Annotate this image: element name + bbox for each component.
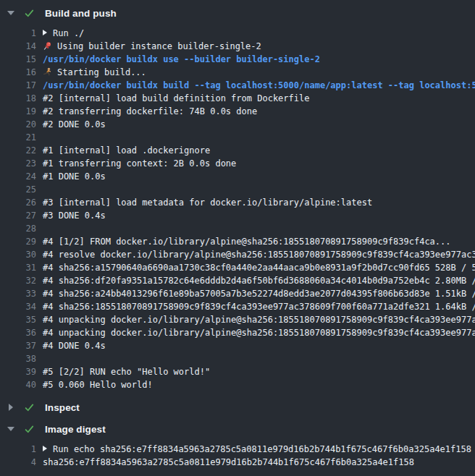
line-content: #5 [2/2] RUN echo "Hello world!" xyxy=(43,365,210,378)
line-number[interactable]: 15 xyxy=(0,53,36,66)
line-number[interactable]: 29 xyxy=(0,235,36,248)
line-number[interactable]: 38 xyxy=(0,352,36,365)
log-line: 39 #5 [2/2] RUN echo "Hello world!" xyxy=(0,365,475,378)
line-number[interactable]: 17 xyxy=(0,79,36,92)
line-text: #4 unpacking docker.io/library/alpine@sh… xyxy=(43,328,475,338)
log-line: 34 #4 sha256:185518070891758909c9f839cf4… xyxy=(0,300,475,313)
log-line: 28 xyxy=(0,222,475,235)
line-text: #5 [2/2] RUN echo "Hello world!" xyxy=(43,367,210,377)
line-text: #1 [internal] load .dockerignore xyxy=(43,145,210,156)
log-section-build-and-push: Build and push 1 Run ./ 14 Using builder… xyxy=(0,2,475,396)
line-content: #4 sha256:a24bb4013296f61e89ba57005a7b3e… xyxy=(43,287,475,300)
log-line: 31 #4 sha256:a15790640a6690aa1730c38cf0a… xyxy=(0,261,475,274)
line-number[interactable]: 28 xyxy=(0,222,36,235)
line-text: Run echo sha256:e7ff8834a5963a2785c5a081… xyxy=(53,444,471,454)
line-content: #2 DONE 0.0s xyxy=(43,118,106,131)
line-text: /usr/bin/docker buildx use --builder bui… xyxy=(43,54,320,64)
success-check-icon xyxy=(24,8,35,19)
line-content: #4 unpacking docker.io/library/alpine@sh… xyxy=(43,313,475,326)
line-number[interactable]: 22 xyxy=(0,144,36,157)
section-body: 1 Run echo sha256:e7ff8834a5963a2785c5a0… xyxy=(0,440,475,474)
section-title: Inspect xyxy=(45,402,80,413)
log-section-inspect: Inspect xyxy=(0,396,475,418)
log-line: 25 xyxy=(0,183,475,196)
line-number[interactable]: 37 xyxy=(0,339,36,352)
line-content: #2 transferring dockerfile: 74B 0.0s don… xyxy=(43,105,257,118)
section-header[interactable]: Image digest xyxy=(0,418,475,440)
line-number[interactable]: 40 xyxy=(0,378,36,391)
run-expand-icon[interactable] xyxy=(43,30,47,35)
line-text: #5 0.060 Hello world! xyxy=(43,380,153,390)
line-text: #2 transferring dockerfile: 74B 0.0s don… xyxy=(43,106,257,116)
log-line: 15 /usr/bin/docker buildx use --builder … xyxy=(0,53,475,66)
line-content: #4 sha256:185518070891758909c9f839cf4ca3… xyxy=(43,300,475,313)
line-text: Run ./ xyxy=(53,28,84,38)
chevron-icon[interactable] xyxy=(7,404,14,411)
log-line: 29 #4 [1/2] FROM docker.io/library/alpin… xyxy=(0,235,475,248)
line-number[interactable]: 36 xyxy=(0,326,36,339)
line-text: #1 transferring context: 2B 0.0s done xyxy=(43,158,236,169)
chevron-icon[interactable] xyxy=(7,9,14,17)
line-text: #4 DONE 0.4s xyxy=(43,341,106,351)
runner-icon xyxy=(43,66,52,79)
line-number[interactable]: 14 xyxy=(0,40,36,53)
line-number[interactable]: 4 xyxy=(0,456,36,469)
line-content: #4 unpacking docker.io/library/alpine@sh… xyxy=(43,326,475,339)
line-number[interactable]: 21 xyxy=(0,131,36,144)
line-content: #1 [internal] load .dockerignore xyxy=(43,144,210,157)
line-number[interactable]: 25 xyxy=(0,183,36,196)
line-text: #4 sha256:a15790640a6690aa1730c38cf0a440… xyxy=(43,263,475,273)
line-text: /usr/bin/docker buildx build --tag local… xyxy=(43,80,475,90)
log-line: 4 sha256:e7ff8834a5963a2785c5a0811e979d1… xyxy=(0,456,475,469)
log-line: 24 #1 DONE 0.0s xyxy=(0,170,475,183)
section-title: Build and push xyxy=(45,8,117,19)
line-number[interactable]: 33 xyxy=(0,287,36,300)
line-text: Using builder instance builder-single-2 xyxy=(57,41,261,51)
line-text: #4 resolve docker.io/library/alpine@sha2… xyxy=(43,250,475,260)
line-number[interactable]: 35 xyxy=(0,313,36,326)
section-body: 1 Run ./ 14 Using builder instance build… xyxy=(0,24,475,396)
chevron-icon[interactable] xyxy=(7,425,14,433)
run-expand-icon[interactable] xyxy=(43,446,47,451)
line-text: #4 unpacking docker.io/library/alpine@sh… xyxy=(43,315,475,325)
line-content: sha256:e7ff8834a5963a2785c5a0811e979d16b… xyxy=(43,456,414,469)
line-number[interactable]: 19 xyxy=(0,105,36,118)
line-text: #2 DONE 0.0s xyxy=(43,119,106,129)
line-number[interactable]: 24 xyxy=(0,170,36,183)
line-number[interactable]: 27 xyxy=(0,209,36,222)
log-line: 26 #3 [internal] load metadata for docke… xyxy=(0,196,475,209)
line-number[interactable]: 1 xyxy=(0,27,36,40)
line-number[interactable]: 39 xyxy=(0,365,36,378)
line-number[interactable]: 20 xyxy=(0,118,36,131)
log-line: 16 Starting build... xyxy=(0,66,475,79)
section-header[interactable]: Inspect xyxy=(0,396,475,418)
log-line: 19 #2 transferring dockerfile: 74B 0.0s … xyxy=(0,105,475,118)
line-number[interactable]: 34 xyxy=(0,300,36,313)
line-number[interactable]: 16 xyxy=(0,66,36,79)
log-line: 38 xyxy=(0,352,475,365)
line-number[interactable]: 18 xyxy=(0,92,36,105)
section-title: Image digest xyxy=(45,424,106,435)
log-line: 21 xyxy=(0,131,475,144)
line-content: #2 [internal] load build definition from… xyxy=(43,92,309,105)
line-content: #3 [internal] load metadata for docker.i… xyxy=(43,196,372,209)
line-number[interactable]: 26 xyxy=(0,196,36,209)
line-number[interactable]: 31 xyxy=(0,261,36,274)
line-number[interactable]: 23 xyxy=(0,157,36,170)
log-line: 35 #4 unpacking docker.io/library/alpine… xyxy=(0,313,475,326)
line-number[interactable]: 1 xyxy=(0,443,36,456)
log-line: 40 #5 0.060 Hello world! xyxy=(0,378,475,391)
line-text: Starting build... xyxy=(57,67,146,77)
log-line: 1 Run echo sha256:e7ff8834a5963a2785c5a0… xyxy=(0,443,475,456)
log-line: 23 #1 transferring context: 2B 0.0s done xyxy=(0,157,475,170)
log-line: 18 #2 [internal] load build definition f… xyxy=(0,92,475,105)
line-number[interactable]: 30 xyxy=(0,248,36,261)
log-line: 32 #4 sha256:df20fa9351a15782c64e6dddb2d… xyxy=(0,274,475,287)
log-line: 30 #4 resolve docker.io/library/alpine@s… xyxy=(0,248,475,261)
section-header[interactable]: Build and push xyxy=(0,2,475,24)
pin-icon xyxy=(43,40,52,53)
line-number[interactable]: 32 xyxy=(0,274,36,287)
success-check-icon xyxy=(24,402,35,413)
line-text: #2 [internal] load build definition from… xyxy=(43,93,309,103)
line-content: #4 DONE 0.4s xyxy=(43,339,106,352)
